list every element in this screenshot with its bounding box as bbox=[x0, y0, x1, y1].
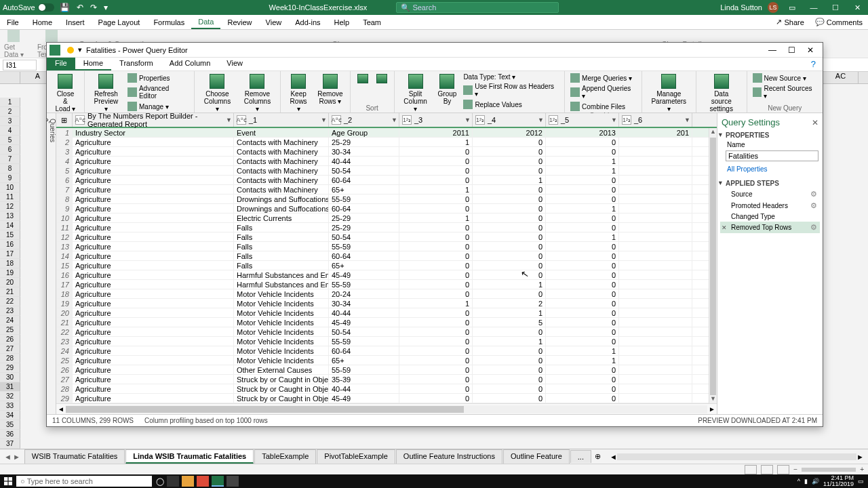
row-header[interactable]: 3 bbox=[0, 117, 20, 126]
properties-button[interactable]: Properties bbox=[126, 73, 190, 83]
column-header[interactable]: AC bbox=[823, 72, 859, 83]
table-cell[interactable]: Agriculture bbox=[73, 375, 234, 384]
table-cell[interactable]: Falls bbox=[234, 223, 329, 232]
table-cell[interactable]: 0 bbox=[473, 185, 546, 194]
get-data-button[interactable]: GetData ▾ bbox=[4, 30, 24, 58]
text-type-icon[interactable]: Aᴮᴄ bbox=[75, 115, 85, 125]
table-cell[interactable]: Agriculture bbox=[73, 214, 234, 222]
table-cell[interactable]: 0 bbox=[473, 214, 546, 222]
table-cell[interactable]: 0 bbox=[399, 356, 473, 365]
row-header[interactable]: 18 bbox=[0, 259, 20, 268]
manage-parameters-button[interactable]: ManageParameters ▾ bbox=[646, 73, 692, 114]
append-queries-button[interactable]: Append Queries ▾ bbox=[569, 84, 637, 100]
table-cell[interactable]: 0 bbox=[546, 242, 619, 251]
ribbon-options-icon[interactable]: ▭ bbox=[784, 3, 800, 12]
normal-view-icon[interactable] bbox=[745, 465, 757, 474]
table-cell[interactable] bbox=[619, 242, 692, 251]
pq-tab-add-column[interactable]: Add Column bbox=[161, 58, 219, 70]
table-row[interactable]: 15AgricultureFalls65+000 bbox=[56, 261, 717, 270]
table-row[interactable]: 6AgricultureContacts with Machinery60-64… bbox=[56, 176, 717, 185]
table-cell[interactable]: 0 bbox=[399, 327, 473, 336]
table-cell[interactable]: 1 bbox=[546, 356, 619, 365]
scroll-right-icon[interactable]: ► bbox=[707, 405, 717, 413]
table-cell[interactable]: Agriculture bbox=[73, 166, 234, 175]
scroll-up-icon[interactable]: ▲ bbox=[709, 128, 717, 136]
select-all-triangle[interactable] bbox=[0, 72, 20, 83]
table-cell[interactable]: 0 bbox=[473, 289, 546, 298]
text-type-icon[interactable]: Aᴮᴄ bbox=[237, 115, 246, 125]
table-cell[interactable]: 35-39 bbox=[329, 375, 399, 384]
table-cell[interactable]: 0 bbox=[399, 232, 473, 241]
table-cell[interactable]: Motor Vehicle Incidents bbox=[234, 356, 329, 365]
pq-column-header[interactable]: 1²₃_3▼ bbox=[399, 113, 473, 127]
row-header[interactable]: 33 bbox=[0, 401, 20, 411]
table-cell[interactable]: 1 bbox=[399, 185, 473, 194]
pq-maximize-icon[interactable]: ☐ bbox=[782, 45, 801, 55]
row-header[interactable]: 14 bbox=[0, 221, 20, 230]
table-cell[interactable]: Event bbox=[234, 128, 329, 137]
table-cell[interactable]: Agriculture bbox=[73, 232, 234, 241]
comments-button[interactable]: 💬Comments bbox=[810, 16, 868, 28]
table-row[interactable]: 10AgricultureElectric Currents25-29100 bbox=[56, 214, 717, 223]
table-cell[interactable]: 0 bbox=[546, 327, 619, 336]
table-cell[interactable]: 0 bbox=[399, 365, 473, 374]
table-row[interactable]: 25AgricultureMotor Vehicle Incidents65+0… bbox=[56, 356, 717, 365]
table-cell[interactable]: 60-64 bbox=[329, 346, 399, 355]
table-icon[interactable]: ⊞ bbox=[56, 113, 73, 127]
row-header[interactable]: 12 bbox=[0, 202, 20, 211]
table-cell[interactable] bbox=[619, 223, 692, 232]
table-cell[interactable] bbox=[619, 318, 692, 327]
tab-addins[interactable]: Add-ins bbox=[288, 16, 327, 28]
table-cell[interactable]: 0 bbox=[399, 176, 473, 184]
table-cell[interactable]: 0 bbox=[546, 375, 619, 384]
table-cell[interactable]: 0 bbox=[473, 232, 546, 241]
table-cell[interactable]: 40-44 bbox=[329, 308, 399, 317]
row-header[interactable]: 31 bbox=[0, 382, 20, 392]
table-cell[interactable]: 5 bbox=[473, 318, 546, 327]
pq-column-header[interactable]: 1²₃_4▼ bbox=[473, 113, 546, 127]
table-cell[interactable]: Agriculture bbox=[73, 251, 234, 260]
row-header[interactable]: 6 bbox=[0, 145, 20, 155]
pq-column-header[interactable]: AᴮᴄBy The Numbers Report Builder - Gener… bbox=[73, 113, 234, 127]
system-tray[interactable]: ^ ▮ 🔊 2:41 PM 11/11/2019 ▭ bbox=[797, 475, 867, 487]
table-cell[interactable]: 0 bbox=[399, 166, 473, 175]
table-row[interactable]: 20AgricultureMotor Vehicle Incidents40-4… bbox=[56, 308, 717, 318]
name-box[interactable]: I31 bbox=[3, 60, 37, 70]
table-cell[interactable]: 0 bbox=[473, 394, 546, 403]
table-cell[interactable]: 50-54 bbox=[329, 166, 399, 175]
table-row[interactable]: 7AgricultureContacts with Machinery65+10… bbox=[56, 185, 717, 195]
zoom-out-icon[interactable]: − bbox=[793, 466, 797, 473]
table-cell[interactable]: 0 bbox=[399, 318, 473, 327]
table-cell[interactable]: 0 bbox=[546, 365, 619, 374]
table-cell[interactable]: Motor Vehicle Incidents bbox=[234, 318, 329, 327]
table-cell[interactable] bbox=[619, 214, 692, 222]
table-cell[interactable]: 1 bbox=[399, 214, 473, 222]
table-cell[interactable]: 0 bbox=[546, 195, 619, 203]
row-header[interactable]: 20 bbox=[0, 278, 20, 287]
tab-formulas[interactable]: Formulas bbox=[146, 16, 191, 28]
table-row[interactable]: 16AgricultureHarmful Substances and Envi… bbox=[56, 270, 717, 280]
table-cell[interactable]: 55-59 bbox=[329, 280, 399, 289]
table-cell[interactable]: 45-49 bbox=[329, 318, 399, 327]
table-cell[interactable]: 65+ bbox=[329, 356, 399, 365]
column-filter-icon[interactable]: ▼ bbox=[391, 117, 397, 123]
row-header[interactable]: 16 bbox=[0, 240, 20, 249]
pq-help-icon[interactable]: ? bbox=[804, 58, 823, 70]
table-cell[interactable]: Motor Vehicle Incidents bbox=[234, 337, 329, 346]
table-cell[interactable] bbox=[619, 166, 692, 175]
table-row[interactable]: 5AgricultureContacts with Machinery50-54… bbox=[56, 166, 717, 176]
table-cell[interactable] bbox=[619, 299, 692, 308]
table-cell[interactable]: 30-34 bbox=[329, 147, 399, 156]
pq-tab-home[interactable]: Home bbox=[75, 58, 111, 70]
table-cell[interactable] bbox=[619, 270, 692, 279]
table-cell[interactable]: 0 bbox=[473, 204, 546, 213]
table-cell[interactable]: 0 bbox=[473, 223, 546, 232]
new-sheet-button[interactable]: ⊕ bbox=[592, 452, 604, 461]
table-cell[interactable]: 0 bbox=[399, 204, 473, 213]
data-source-settings-button[interactable]: Data sourcesettings bbox=[701, 73, 743, 114]
row-header[interactable]: 11 bbox=[0, 192, 20, 202]
sort-asc-button[interactable] bbox=[355, 73, 371, 85]
table-cell[interactable]: 0 bbox=[546, 280, 619, 289]
tab-view[interactable]: View bbox=[259, 16, 289, 28]
table-cell[interactable]: 0 bbox=[546, 299, 619, 308]
